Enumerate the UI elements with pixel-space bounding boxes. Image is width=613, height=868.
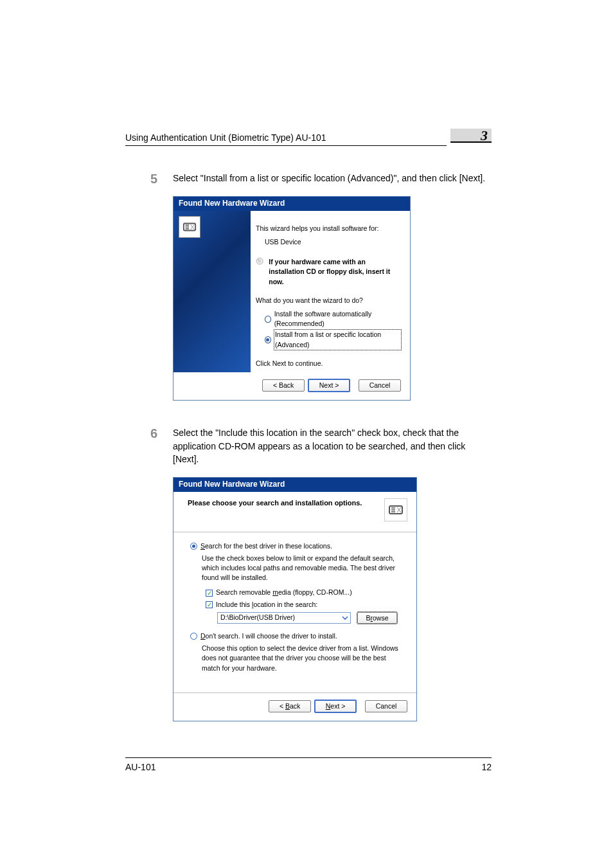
wizard-1-intro: This wizard helps you install software f… <box>256 224 401 233</box>
checkbox-removable-media-label: Search removable media (floppy, CD-ROM..… <box>216 588 352 597</box>
cd-icon <box>256 257 263 271</box>
wizard-2-cancel-button[interactable]: Cancel <box>365 700 407 712</box>
wizard-1-next-button[interactable]: Next > <box>308 379 350 392</box>
radio-dont-search[interactable] <box>190 633 197 640</box>
dont-search-description: Choose this option to select the device … <box>202 644 400 673</box>
radio-advanced[interactable] <box>265 336 271 343</box>
wizard-1-cancel-button[interactable]: Cancel <box>359 379 401 392</box>
wizard-1-sidebar <box>173 211 251 372</box>
wizard-2-back-button[interactable]: < Back <box>269 700 311 712</box>
wizard-1: Found New Hardware Wizard This wizard he… <box>173 196 411 401</box>
wizard-1-continue: Click Next to continue. <box>256 359 401 368</box>
wizard-1-title: Found New Hardware Wizard <box>173 197 410 210</box>
footer-left: AU-101 <box>125 762 155 772</box>
checkbox-include-location-label: Include this location in the search: <box>216 600 317 610</box>
browse-button[interactable]: Browse <box>357 612 397 624</box>
radio-search-best-label: Search for the best driver in these loca… <box>200 541 332 551</box>
wizard-2: Found New Hardware Wizard Please choose … <box>173 477 417 721</box>
page-header-title: Using Authentication Unit (Biometric Typ… <box>125 132 326 143</box>
step-6-text: Select the "Include this location in the… <box>173 426 492 466</box>
wizard-1-question: What do you want the wizard to do? <box>256 296 401 305</box>
wizard-1-cd-notice: If your hardware came with an installati… <box>269 257 401 287</box>
step-5-text: Select "Install from a list or specific … <box>173 172 492 185</box>
svg-point-2 <box>259 260 261 262</box>
footer-page-number: 12 <box>481 762 492 772</box>
search-best-description: Use the check boxes below to limit or ex… <box>202 554 400 583</box>
checkbox-include-location[interactable]: ✓ <box>206 601 213 608</box>
header-rule <box>125 145 447 146</box>
radio-auto[interactable] <box>265 316 271 323</box>
svg-point-3 <box>258 259 259 260</box>
step-number-5: 5 <box>125 172 157 401</box>
radio-dont-search-label: Don't search. I will choose the driver t… <box>200 631 337 641</box>
footer-rule <box>125 757 492 758</box>
radio-advanced-label: Install from a list or specific location… <box>274 330 401 349</box>
radio-search-best[interactable] <box>190 543 197 550</box>
wizard-2-title: Found New Hardware Wizard <box>173 478 416 491</box>
chevron-down-icon[interactable] <box>340 613 350 623</box>
location-path-value: D:\BioDriver(USB Driver) <box>220 613 295 622</box>
step-number-6: 6 <box>125 426 157 721</box>
chapter-number-badge: 3 <box>450 129 492 143</box>
location-path-combo[interactable]: D:\BioDriver(USB Driver) <box>217 612 351 624</box>
wizard-2-next-button[interactable]: Next > <box>314 700 357 713</box>
hardware-icon <box>384 498 407 521</box>
checkbox-removable-media[interactable]: ✓ <box>206 590 213 597</box>
hardware-icon <box>179 216 200 238</box>
wizard-2-heading: Please choose your search and installati… <box>188 498 362 509</box>
wizard-1-back-button[interactable]: < Back <box>262 379 305 392</box>
wizard-1-device: USB Device <box>265 237 401 247</box>
radio-auto-label: Install the software automatically (Reco… <box>274 309 401 329</box>
